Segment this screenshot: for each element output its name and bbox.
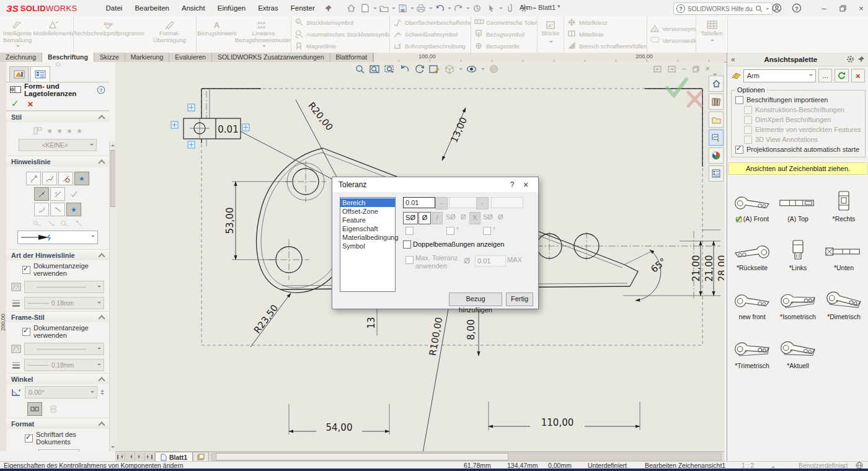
ribbon-bezugshinweis[interactable]: A Bezugshinweis bbox=[197, 16, 237, 53]
view-orientation-caret[interactable] bbox=[459, 68, 463, 72]
select-arrow-icon[interactable] bbox=[484, 2, 498, 14]
minus-button-1[interactable]: - bbox=[435, 197, 448, 209]
leader-to-icon[interactable]: x bbox=[34, 187, 49, 201]
section-winkel[interactable]: Winkel bbox=[6, 373, 109, 384]
tab-zusatzanwendungen[interactable]: SOLIDWORKS Zusatzanwendungen bbox=[212, 53, 330, 62]
ribbon-bezugssymbol[interactable]: A Bezugssymbol bbox=[471, 29, 537, 40]
ok-button[interactable]: ✓ bbox=[11, 98, 19, 109]
list-item-eigenschaft[interactable]: Eigenschaft bbox=[340, 224, 395, 233]
list-item-bereich[interactable]: Bereich bbox=[340, 198, 395, 207]
display-style-icon[interactable] bbox=[466, 64, 477, 74]
style-save-icon[interactable]: ★ bbox=[66, 127, 73, 135]
sheet-properties-icon[interactable] bbox=[428, 64, 440, 74]
rebuild-icon[interactable] bbox=[470, 2, 484, 14]
zoom-area-icon[interactable] bbox=[384, 64, 396, 74]
angle-up-icon[interactable] bbox=[100, 388, 104, 392]
ribbon-format-uebertragung[interactable]: Format-Übertragung bbox=[143, 16, 196, 53]
dimension-r20[interactable]: R20,00 bbox=[296, 100, 340, 184]
section-frame-stil[interactable]: Frame-Stil bbox=[6, 311, 109, 322]
ribbon-bloecke[interactable]: A° Blöcke bbox=[538, 16, 564, 53]
propertymanager-tab[interactable] bbox=[30, 66, 50, 82]
muster-caret[interactable] bbox=[262, 45, 266, 49]
rotate-view-icon[interactable] bbox=[414, 64, 425, 74]
dimension-r23[interactable]: R23,50 bbox=[250, 293, 291, 347]
ribbon-versionswolke[interactable]: Versionswolke bbox=[647, 35, 696, 46]
ribbon-lineares-bezugshinweismuster[interactable]: AAAAAA Lineares Bezugshinweismuster bbox=[237, 16, 290, 53]
menu-bearbeiten[interactable]: Bearbeiten bbox=[128, 4, 175, 12]
ribbon-intelligente-bemassung[interactable]: Intelligente Bemaßung bbox=[0, 16, 35, 53]
art-dokumentanzeige[interactable]: Dokumentanzeige verwenden bbox=[6, 260, 109, 279]
refresh-button[interactable] bbox=[835, 69, 848, 82]
tolerance-type-list[interactable]: Bereich Offset-Zone Feature Eigenschaft … bbox=[340, 197, 396, 292]
list-item-offset-zone[interactable]: Offset-Zone bbox=[340, 207, 395, 216]
new-document-icon[interactable] bbox=[358, 2, 373, 14]
prev-sheet-icon[interactable] bbox=[125, 452, 135, 461]
stil-collapse-icon[interactable] bbox=[98, 115, 105, 121]
style-add-icon[interactable]: ★ bbox=[46, 127, 53, 135]
dimension-r100[interactable]: R100,00 bbox=[422, 309, 448, 451]
cancel-button[interactable]: × bbox=[28, 99, 33, 109]
view-front[interactable]: (A) Front bbox=[729, 182, 775, 222]
leader-curve-right-icon[interactable] bbox=[50, 203, 65, 216]
view-unten[interactable]: *Unten bbox=[821, 231, 867, 271]
tab-markierung[interactable]: Markierung bbox=[125, 53, 170, 62]
ribbon-stuecklistensymbol[interactable]: 1 Stücklistensymbol bbox=[291, 17, 389, 29]
frame-dokumentanzeige[interactable]: Dokumentanzeige verwenden bbox=[6, 322, 109, 341]
view-aktuell[interactable]: *Aktuell bbox=[775, 329, 821, 369]
open-icon[interactable] bbox=[377, 2, 391, 14]
last-sheet-icon[interactable] bbox=[145, 452, 155, 461]
menu-fenster[interactable]: Fenster bbox=[285, 4, 321, 12]
panel-scroll-down-icon[interactable] bbox=[110, 445, 115, 451]
tab-ze ichnung[interactable]: Zeichnung bbox=[0, 53, 42, 62]
art-line-style-select[interactable] bbox=[24, 281, 104, 293]
tab-blattformat[interactable]: Blattformat bbox=[330, 53, 374, 62]
dimension-21b[interactable]: 21,00 bbox=[704, 241, 715, 296]
attachment-icon[interactable] bbox=[503, 2, 517, 14]
resources-icon[interactable] bbox=[709, 94, 724, 110]
ribbon-oberflaechenbeschaffenheit[interactable]: Oberflächenbeschaffenheit bbox=[390, 17, 471, 29]
done-button[interactable]: Fertig bbox=[506, 293, 533, 306]
angle-down-icon[interactable] bbox=[100, 393, 104, 397]
ribbon-mittellinie[interactable]: Mittellinie bbox=[564, 29, 647, 40]
section-hinweislinie[interactable]: Hinweislinie bbox=[6, 156, 109, 167]
restore-button[interactable] bbox=[835, 2, 851, 14]
print-icon[interactable] bbox=[414, 2, 428, 14]
angle-input[interactable]: 0.00° bbox=[25, 386, 97, 398]
custom-properties-icon[interactable] bbox=[709, 165, 724, 182]
first-sheet-icon[interactable] bbox=[115, 452, 125, 461]
close-button[interactable]: × bbox=[853, 2, 868, 14]
collapse-panel-icon[interactable]: « bbox=[731, 55, 735, 64]
leader-none-icon[interactable] bbox=[58, 172, 73, 185]
list-item-feature[interactable]: Feature bbox=[340, 216, 395, 224]
user-account-icon[interactable] bbox=[769, 2, 785, 14]
auto-projection-checkbox[interactable] bbox=[735, 146, 743, 154]
sphere-diameter-button[interactable]: SØ bbox=[403, 212, 418, 224]
angle-left-toggle[interactable] bbox=[27, 402, 42, 416]
dimension-28[interactable]: 28,00 bbox=[717, 255, 724, 282]
sheet-tab-blatt1[interactable]: Blatt1 bbox=[155, 452, 193, 462]
leader-from-icon[interactable]: x bbox=[50, 187, 65, 201]
dimension-54[interactable]: 54,00 bbox=[289, 404, 389, 434]
panel-help-icon[interactable]: ? bbox=[97, 86, 105, 94]
tab-beschriftung[interactable]: Beschriftung bbox=[42, 53, 94, 62]
dimension-110[interactable]: 110,00 bbox=[489, 402, 640, 430]
browse-button[interactable]: ... bbox=[818, 69, 832, 82]
leader-auto-icon[interactable]: ★ bbox=[74, 172, 89, 185]
next-sheet-icon[interactable] bbox=[135, 452, 145, 461]
search-icon[interactable] bbox=[755, 5, 763, 12]
hscroll-thumb[interactable] bbox=[216, 453, 508, 460]
tabellen-caret[interactable] bbox=[711, 40, 714, 43]
style-load-icon[interactable]: ★ bbox=[76, 127, 82, 135]
hinweislinie-collapse-icon[interactable] bbox=[98, 159, 105, 166]
style-delete-icon[interactable]: ★ bbox=[56, 127, 63, 135]
list-item-materialbedingung[interactable]: Materialbedingung bbox=[340, 233, 395, 242]
home-icon[interactable] bbox=[344, 2, 358, 14]
art-thickness-select[interactable]: 0.18mm bbox=[24, 297, 104, 309]
schriftart-checkbox[interactable] bbox=[25, 434, 33, 442]
dimension-65deg[interactable]: 65° bbox=[624, 250, 668, 301]
featuremanager-tab[interactable] bbox=[9, 66, 29, 82]
arrow-style-select[interactable] bbox=[17, 231, 98, 244]
redo-icon[interactable] bbox=[451, 2, 466, 14]
drawing-scroll-up-icon[interactable] bbox=[713, 66, 717, 73]
horizontal-scrollbar[interactable] bbox=[211, 452, 722, 461]
